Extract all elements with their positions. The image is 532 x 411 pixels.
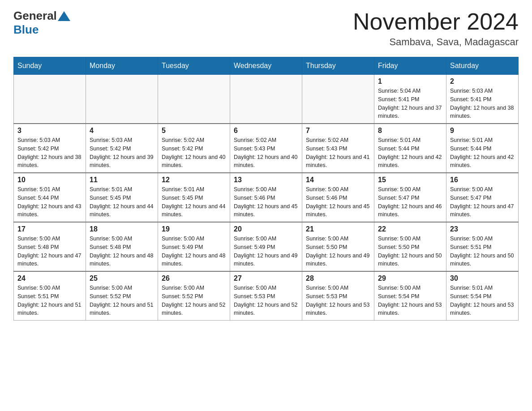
calendar-cell: 20Sunrise: 5:00 AM Sunset: 5:49 PM Dayli… (230, 222, 302, 271)
day-number: 3 (17, 127, 82, 135)
day-info: Sunrise: 5:01 AM Sunset: 5:44 PM Dayligh… (378, 136, 442, 170)
calendar-week-row: 1Sunrise: 5:04 AM Sunset: 5:41 PM Daylig… (14, 75, 519, 124)
day-number: 8 (378, 127, 442, 135)
calendar-cell: 1Sunrise: 5:04 AM Sunset: 5:41 PM Daylig… (374, 75, 446, 124)
day-number: 11 (90, 176, 154, 184)
day-info: Sunrise: 5:00 AM Sunset: 5:53 PM Dayligh… (306, 284, 370, 317)
calendar-cell: 26Sunrise: 5:00 AM Sunset: 5:52 PM Dayli… (158, 271, 230, 321)
day-number: 20 (234, 225, 298, 233)
calendar-cell: 14Sunrise: 5:00 AM Sunset: 5:46 PM Dayli… (302, 173, 374, 222)
day-info: Sunrise: 5:01 AM Sunset: 5:44 PM Dayligh… (17, 185, 82, 219)
calendar-week-row: 10Sunrise: 5:01 AM Sunset: 5:44 PM Dayli… (14, 173, 519, 222)
calendar-cell: 5Sunrise: 5:02 AM Sunset: 5:42 PM Daylig… (158, 124, 230, 173)
day-number: 15 (378, 176, 442, 184)
day-info: Sunrise: 5:00 AM Sunset: 5:50 PM Dayligh… (378, 235, 442, 268)
day-info: Sunrise: 5:00 AM Sunset: 5:46 PM Dayligh… (306, 185, 370, 219)
calendar-cell: 8Sunrise: 5:01 AM Sunset: 5:44 PM Daylig… (374, 124, 446, 173)
calendar-cell: 18Sunrise: 5:00 AM Sunset: 5:48 PM Dayli… (86, 222, 158, 271)
calendar-cell: 21Sunrise: 5:00 AM Sunset: 5:50 PM Dayli… (302, 222, 374, 271)
logo-blue-text: Blue (13, 23, 39, 37)
day-info: Sunrise: 5:00 AM Sunset: 5:51 PM Dayligh… (450, 235, 515, 268)
day-info: Sunrise: 5:01 AM Sunset: 5:45 PM Dayligh… (162, 185, 226, 219)
day-number: 17 (17, 225, 82, 233)
day-number: 18 (90, 225, 154, 233)
calendar-cell: 19Sunrise: 5:00 AM Sunset: 5:49 PM Dayli… (158, 222, 230, 271)
calendar-cell: 15Sunrise: 5:00 AM Sunset: 5:47 PM Dayli… (374, 173, 446, 222)
day-info: Sunrise: 5:00 AM Sunset: 5:53 PM Dayligh… (234, 284, 298, 317)
day-number: 29 (378, 274, 442, 283)
calendar-cell: 29Sunrise: 5:00 AM Sunset: 5:54 PM Dayli… (374, 271, 446, 321)
day-info: Sunrise: 5:02 AM Sunset: 5:43 PM Dayligh… (306, 136, 370, 170)
day-info: Sunrise: 5:02 AM Sunset: 5:43 PM Dayligh… (234, 136, 298, 170)
calendar-header-row: SundayMondayTuesdayWednesdayThursdayFrid… (14, 57, 519, 75)
calendar-table: SundayMondayTuesdayWednesdayThursdayFrid… (13, 57, 519, 321)
calendar-cell: 16Sunrise: 5:00 AM Sunset: 5:47 PM Dayli… (446, 173, 519, 222)
day-info: Sunrise: 5:00 AM Sunset: 5:46 PM Dayligh… (234, 185, 298, 219)
calendar-cell (86, 75, 158, 124)
calendar-cell: 17Sunrise: 5:00 AM Sunset: 5:48 PM Dayli… (14, 222, 86, 271)
page-header: General Blue November 2024 Sambava, Sava… (13, 9, 519, 48)
calendar-cell: 2Sunrise: 5:03 AM Sunset: 5:41 PM Daylig… (446, 75, 519, 124)
day-number: 21 (306, 225, 370, 233)
day-info: Sunrise: 5:00 AM Sunset: 5:52 PM Dayligh… (90, 284, 154, 317)
day-number: 27 (234, 274, 298, 283)
calendar-cell: 13Sunrise: 5:00 AM Sunset: 5:46 PM Dayli… (230, 173, 302, 222)
day-info: Sunrise: 5:00 AM Sunset: 5:54 PM Dayligh… (378, 284, 442, 317)
day-number: 24 (17, 274, 82, 283)
day-info: Sunrise: 5:01 AM Sunset: 5:45 PM Dayligh… (90, 185, 154, 219)
day-info: Sunrise: 5:03 AM Sunset: 5:42 PM Dayligh… (17, 136, 82, 170)
title-block: November 2024 Sambava, Sava, Madagascar (353, 9, 519, 48)
logo-triangle-icon (58, 11, 70, 21)
day-number: 9 (450, 127, 515, 135)
calendar-cell: 10Sunrise: 5:01 AM Sunset: 5:44 PM Dayli… (14, 173, 86, 222)
day-info: Sunrise: 5:02 AM Sunset: 5:42 PM Dayligh… (162, 136, 226, 170)
day-info: Sunrise: 5:00 AM Sunset: 5:48 PM Dayligh… (90, 235, 154, 268)
location-title: Sambava, Sava, Madagascar (353, 36, 519, 48)
day-number: 30 (450, 274, 515, 283)
weekday-header-saturday: Saturday (446, 57, 519, 75)
day-number: 2 (450, 77, 515, 86)
day-number: 5 (162, 127, 226, 135)
day-info: Sunrise: 5:01 AM Sunset: 5:44 PM Dayligh… (450, 136, 515, 170)
day-number: 26 (162, 274, 226, 283)
day-number: 14 (306, 176, 370, 184)
calendar-cell: 7Sunrise: 5:02 AM Sunset: 5:43 PM Daylig… (302, 124, 374, 173)
calendar-cell: 4Sunrise: 5:03 AM Sunset: 5:42 PM Daylig… (86, 124, 158, 173)
logo-general-text: General (13, 9, 57, 23)
calendar-cell: 28Sunrise: 5:00 AM Sunset: 5:53 PM Dayli… (302, 271, 374, 321)
calendar-cell: 3Sunrise: 5:03 AM Sunset: 5:42 PM Daylig… (14, 124, 86, 173)
calendar-week-row: 17Sunrise: 5:00 AM Sunset: 5:48 PM Dayli… (14, 222, 519, 271)
day-info: Sunrise: 5:00 AM Sunset: 5:49 PM Dayligh… (234, 235, 298, 268)
calendar-cell: 30Sunrise: 5:01 AM Sunset: 5:54 PM Dayli… (446, 271, 519, 321)
day-info: Sunrise: 5:00 AM Sunset: 5:47 PM Dayligh… (450, 185, 515, 219)
calendar-cell: 24Sunrise: 5:00 AM Sunset: 5:51 PM Dayli… (14, 271, 86, 321)
day-info: Sunrise: 5:00 AM Sunset: 5:51 PM Dayligh… (17, 284, 82, 317)
logo-top: General (13, 9, 71, 23)
calendar-week-row: 24Sunrise: 5:00 AM Sunset: 5:51 PM Dayli… (14, 271, 519, 321)
month-title: November 2024 (353, 9, 519, 34)
calendar-cell: 22Sunrise: 5:00 AM Sunset: 5:50 PM Dayli… (374, 222, 446, 271)
logo: General Blue (13, 9, 71, 37)
day-info: Sunrise: 5:00 AM Sunset: 5:48 PM Dayligh… (17, 235, 82, 268)
calendar-cell (14, 75, 86, 124)
day-info: Sunrise: 5:00 AM Sunset: 5:47 PM Dayligh… (378, 185, 442, 219)
calendar-cell: 12Sunrise: 5:01 AM Sunset: 5:45 PM Dayli… (158, 173, 230, 222)
day-number: 7 (306, 127, 370, 135)
day-number: 23 (450, 225, 515, 233)
day-number: 12 (162, 176, 226, 184)
day-info: Sunrise: 5:00 AM Sunset: 5:50 PM Dayligh… (306, 235, 370, 268)
day-number: 22 (378, 225, 442, 233)
weekday-header-friday: Friday (374, 57, 446, 75)
weekday-header-tuesday: Tuesday (158, 57, 230, 75)
day-number: 13 (234, 176, 298, 184)
day-number: 1 (378, 77, 442, 86)
day-info: Sunrise: 5:01 AM Sunset: 5:54 PM Dayligh… (450, 284, 515, 317)
calendar-cell (230, 75, 302, 124)
day-info: Sunrise: 5:03 AM Sunset: 5:42 PM Dayligh… (90, 136, 154, 170)
day-number: 4 (90, 127, 154, 135)
day-number: 28 (306, 274, 370, 283)
calendar-cell: 9Sunrise: 5:01 AM Sunset: 5:44 PM Daylig… (446, 124, 519, 173)
day-info: Sunrise: 5:04 AM Sunset: 5:41 PM Dayligh… (378, 87, 442, 120)
weekday-header-sunday: Sunday (14, 57, 86, 75)
weekday-header-monday: Monday (86, 57, 158, 75)
